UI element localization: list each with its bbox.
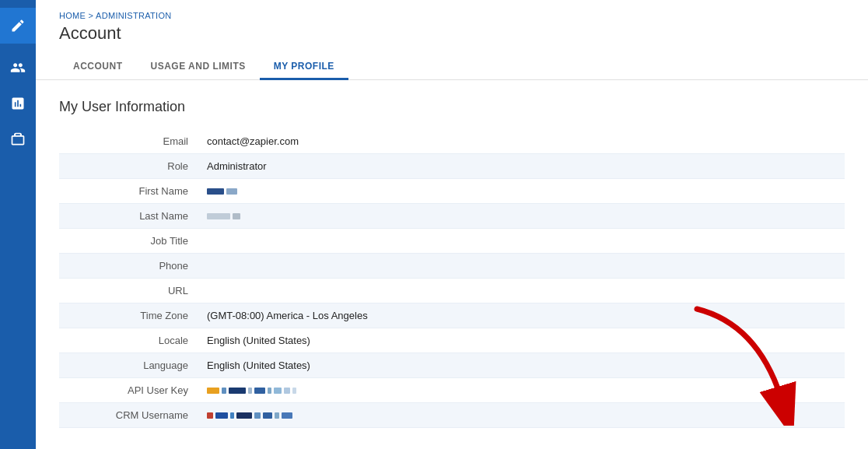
content-area: My User Information Email contact@zapier… [36, 80, 868, 449]
pixel [292, 388, 296, 394]
breadcrumb: HOME > ADMINISTRATION [59, 11, 845, 20]
field-value-lastname [199, 204, 845, 229]
blurred-lastname [207, 213, 240, 219]
breadcrumb-section[interactable]: ADMINISTRATION [96, 11, 172, 20]
pixel [207, 188, 224, 195]
pixel [207, 388, 219, 394]
field-value-email: contact@zapier.com [199, 129, 845, 154]
field-label-api-key: API User Key [59, 378, 199, 403]
field-label-lastname: Last Name [59, 204, 199, 229]
blurred-firstname [207, 188, 237, 195]
section-title: My User Information [59, 99, 845, 115]
field-label-timezone: Time Zone [59, 303, 199, 328]
sidebar-item-edit[interactable] [0, 8, 36, 44]
breadcrumb-separator: > [86, 11, 96, 20]
pencil-icon [10, 18, 26, 33]
pixel [207, 213, 230, 219]
pixel [248, 388, 252, 394]
table-row: URL [59, 279, 845, 303]
field-value-timezone: (GMT-08:00) America - Los Angeles [199, 303, 845, 328]
pixel [226, 188, 237, 195]
sidebar-item-briefcase[interactable] [0, 121, 36, 157]
table-row: API User Key [59, 378, 845, 403]
page-title: Account [59, 23, 845, 44]
table-row: Last Name [59, 204, 845, 229]
table-row: Locale English (United States) [59, 328, 845, 353]
main-content: HOME > ADMINISTRATION Account ACCOUNT US… [36, 0, 868, 449]
field-label-url: URL [59, 279, 199, 303]
field-label-phone: Phone [59, 254, 199, 279]
blurred-api-key [207, 388, 296, 394]
field-label-crm: CRM Username [59, 403, 199, 428]
pixel [254, 388, 265, 394]
tab-usage-limits[interactable]: USAGE AND LIMITS [137, 54, 260, 80]
user-info-table: Email contact@zapier.com Role Administra… [59, 129, 845, 428]
field-value-phone [199, 254, 845, 279]
pixel [284, 388, 290, 394]
pixel [215, 412, 228, 419]
field-label-jobtitle: Job Title [59, 229, 199, 254]
pixel [275, 412, 279, 419]
table-row: Language English (United States) [59, 353, 845, 378]
field-value-api-key [199, 378, 845, 403]
briefcase-icon [10, 132, 26, 147]
table-row: CRM Username [59, 403, 845, 428]
pixel [282, 412, 292, 419]
pixel [222, 388, 226, 394]
pixel [236, 412, 252, 419]
sidebar-item-chart[interactable] [0, 86, 36, 121]
field-value-crm [199, 403, 845, 428]
sidebar [0, 0, 36, 449]
field-value-language: English (United States) [199, 353, 845, 378]
pixel [229, 388, 246, 394]
table-row: Role Administrator [59, 154, 845, 179]
breadcrumb-home[interactable]: HOME [59, 11, 86, 20]
field-label-email: Email [59, 129, 199, 154]
field-value-url [199, 279, 845, 303]
field-label-firstname: First Name [59, 179, 199, 204]
pixel [274, 388, 282, 394]
blurred-crm [207, 412, 292, 419]
field-value-role: Administrator [199, 154, 845, 179]
table-row: Email contact@zapier.com [59, 129, 845, 154]
sidebar-item-users[interactable] [0, 50, 36, 86]
field-value-firstname [199, 179, 845, 204]
pixel [230, 412, 234, 419]
table-row: Job Title [59, 229, 845, 254]
field-value-jobtitle [199, 229, 845, 254]
pixel [268, 388, 271, 394]
field-label-role: Role [59, 154, 199, 179]
tabs-container: ACCOUNT USAGE AND LIMITS MY PROFILE [59, 54, 845, 79]
chart-icon [10, 96, 26, 111]
table-row: Time Zone (GMT-08:00) America - Los Ange… [59, 303, 845, 328]
tab-my-profile[interactable]: MY PROFILE [260, 54, 348, 80]
header: HOME > ADMINISTRATION Account ACCOUNT US… [36, 0, 868, 80]
pixel [254, 412, 261, 419]
table-row: First Name [59, 179, 845, 204]
users-icon [10, 60, 26, 75]
field-value-locale: English (United States) [199, 328, 845, 353]
field-label-language: Language [59, 353, 199, 378]
tab-account[interactable]: ACCOUNT [59, 54, 137, 80]
pixel [263, 412, 272, 419]
pixel [207, 412, 213, 419]
table-row: Phone [59, 254, 845, 279]
pixel [233, 213, 240, 219]
field-label-locale: Locale [59, 328, 199, 353]
